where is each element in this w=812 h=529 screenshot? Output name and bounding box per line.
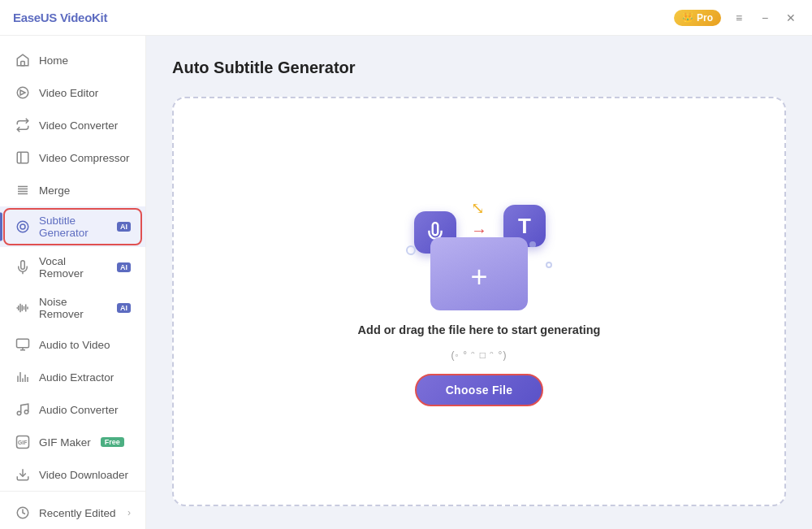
active-indicator: [0, 213, 2, 241]
sidebar-bottom: Recently Edited ›: [0, 491, 145, 529]
sidebar-item-recently-edited-label: Recently Edited: [39, 507, 116, 519]
illustration: ⤡ → T +: [406, 197, 552, 310]
svg-point-8: [17, 221, 28, 232]
sidebar-item-audio-converter[interactable]: Audio Converter: [0, 393, 145, 426]
sidebar-item-video-compressor[interactable]: Video Compressor: [0, 141, 145, 174]
sidebar-item-subtitle-generator-label: Subtitle Generator: [39, 215, 107, 239]
sidebar-item-vocal-remover-label: Vocal Remover: [39, 255, 107, 280]
plus-icon: +: [470, 260, 487, 294]
sidebar-item-video-compressor-label: Video Compressor: [39, 152, 130, 164]
svg-rect-2: [17, 152, 28, 163]
svg-point-9: [20, 224, 25, 229]
sidebar: Home Video Editor Video Converter Video …: [0, 36, 146, 529]
noise-remover-icon: [15, 300, 31, 316]
sidebar-item-video-editor-label: Video Editor: [39, 87, 98, 99]
svg-point-24: [17, 411, 21, 415]
free-badge-gif: Free: [101, 437, 124, 447]
ai-badge-vocal: AI: [117, 262, 131, 272]
svg-text:GIF: GIF: [18, 440, 27, 445]
svg-rect-0: [21, 62, 25, 66]
titlebar-controls: 👑 Pro ≡ − ✕: [674, 10, 799, 26]
merge-icon: [15, 182, 31, 198]
gif-maker-icon: GIF: [15, 434, 31, 450]
sidebar-item-merge-label: Merge: [39, 184, 70, 197]
sidebar-item-subtitle-generator[interactable]: Subtitle Generator AI: [0, 206, 145, 247]
circle-decoration-1: [406, 245, 416, 255]
sidebar-item-gif-maker[interactable]: GIF GIF Maker Free: [0, 426, 145, 458]
sidebar-item-audio-to-video[interactable]: Audio to Video: [0, 328, 145, 361]
video-compressor-icon: [15, 150, 31, 166]
sidebar-item-gif-maker-label: GIF Maker: [39, 436, 91, 449]
ai-badge-noise: AI: [117, 303, 131, 313]
audio-extractor-icon: [15, 369, 31, 385]
minimize-button[interactable]: −: [757, 10, 773, 26]
app-body: Home Video Editor Video Converter Video …: [0, 36, 812, 529]
sidebar-item-audio-extractor[interactable]: Audio Extractor: [0, 361, 145, 393]
close-button[interactable]: ✕: [783, 10, 799, 26]
sidebar-item-audio-to-video-label: Audio to Video: [39, 339, 110, 351]
page-title: Auto Subtitle Generator: [172, 59, 786, 77]
sidebar-item-vocal-remover[interactable]: Vocal Remover AI: [0, 247, 145, 288]
folder-icon: +: [430, 237, 528, 310]
ai-badge-subtitle: AI: [117, 222, 131, 232]
audio-converter-icon: [15, 401, 31, 418]
video-editor-icon: [15, 85, 31, 101]
titlebar: EaseUS VideoKit 👑 Pro ≡ − ✕: [0, 0, 812, 36]
svg-point-25: [24, 410, 28, 414]
recently-edited-arrow: ›: [127, 507, 131, 518]
sidebar-item-noise-remover-label: Noise Remover: [39, 296, 107, 320]
pro-badge[interactable]: 👑 Pro: [674, 10, 721, 26]
app-logo: EaseUS VideoKit: [13, 11, 107, 24]
sidebar-item-video-converter-label: Video Converter: [39, 119, 118, 132]
sidebar-item-video-downloader[interactable]: Video Downloader: [0, 458, 145, 491]
sidebar-item-merge[interactable]: Merge: [0, 174, 145, 206]
svg-rect-18: [17, 339, 29, 348]
circle-decoration-3: [529, 241, 536, 248]
t-letter: T: [518, 214, 531, 239]
sidebar-item-home-label: Home: [39, 54, 68, 67]
choose-file-button[interactable]: Choose File: [415, 374, 544, 406]
circle-decoration-2: [546, 262, 552, 268]
sidebar-item-recently-edited[interactable]: Recently Edited ›: [0, 496, 145, 529]
sidebar-item-audio-extractor-label: Audio Extractor: [39, 371, 114, 384]
sidebar-item-video-editor[interactable]: Video Editor: [0, 76, 145, 109]
main-content: Auto Subtitle Generator ⤡ →: [146, 36, 812, 529]
drop-zone-text: Add or drag the file here to start gener…: [358, 323, 601, 336]
sidebar-item-audio-converter-label: Audio Converter: [39, 404, 119, 416]
drop-zone[interactable]: ⤡ → T +: [172, 97, 786, 506]
subtitle-generator-icon: [15, 219, 31, 235]
video-downloader-icon: [15, 466, 31, 483]
audio-to-video-icon: [15, 336, 31, 353]
sidebar-item-video-downloader-label: Video Downloader: [39, 469, 128, 481]
sidebar-item-video-converter[interactable]: Video Converter: [0, 109, 145, 141]
video-converter-icon: [15, 117, 31, 133]
drop-zone-subtext: (◦ ° ᵔ □ ᵔ °): [451, 349, 508, 361]
home-icon: [15, 52, 31, 68]
crown-icon: 👑: [682, 12, 693, 23]
vocal-remover-icon: [15, 259, 31, 275]
sidebar-item-home[interactable]: Home: [0, 44, 145, 76]
svg-point-1: [17, 87, 28, 98]
recently-edited-icon: [15, 505, 31, 521]
sidebar-item-noise-remover[interactable]: Noise Remover AI: [0, 288, 145, 328]
menu-button[interactable]: ≡: [731, 10, 747, 26]
